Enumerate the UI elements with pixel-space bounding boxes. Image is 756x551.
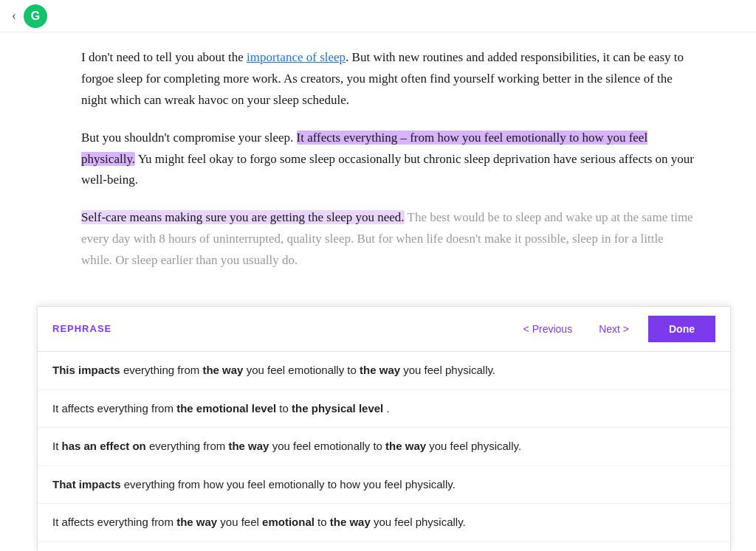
suggestion-5-bold-2: emotional <box>262 516 315 528</box>
suggestion-item-4[interactable]: That impacts everything from how you fee… <box>38 466 730 505</box>
paragraph-2-text-after: Yu might feel okay to forgo some sleep o… <box>81 152 694 187</box>
top-bar: ‹ G <box>0 0 756 32</box>
suggestion-2-bold-2: the physical level <box>292 402 383 415</box>
suggestion-3-text-1: It <box>52 440 62 452</box>
paragraph-1: I don't need to tell you about the impor… <box>81 47 697 111</box>
suggestion-3-text-2: everything from <box>149 440 229 452</box>
paragraph-3-highlight: Self-care means making sure you are gett… <box>81 210 405 224</box>
paragraph-2: But you shouldn't compromise your sleep.… <box>81 128 697 192</box>
suggestion-5-text-4: you feel physically. <box>374 516 466 528</box>
suggestion-3-bold-3: the way <box>385 440 426 452</box>
suggestion-item-2[interactable]: It affects everything from the emotional… <box>38 390 730 429</box>
importance-of-sleep-link[interactable]: importance of sleep <box>247 50 346 64</box>
suggestion-item-1[interactable]: This impacts everything from the way you… <box>38 352 730 390</box>
suggestion-3-text-4: you feel physically. <box>429 440 521 452</box>
content-area: I don't need to tell you about the impor… <box>0 32 756 551</box>
rephrase-nav: < Previous Next > Done <box>510 316 715 342</box>
suggestion-1-text-3: you feel physically. <box>403 364 495 376</box>
suggestion-5-text-2: you feel <box>220 516 262 528</box>
next-button[interactable]: Next > <box>585 319 642 339</box>
suggestion-5-text-1: It affects everything from <box>52 516 176 528</box>
suggestion-1-bold-3: the way <box>360 364 400 376</box>
suggestion-2-text-2: to <box>279 402 292 415</box>
suggestion-3-bold-1: has an effect on <box>62 440 146 452</box>
suggestion-item-6[interactable]: It has an impact on everything from what… <box>38 542 730 552</box>
suggestion-4-bold-1: That impacts <box>52 478 121 491</box>
back-button[interactable]: ‹ <box>12 8 16 24</box>
suggestion-5-bold-3: the way <box>330 516 371 528</box>
rephrase-panel: REPHRASE < Previous Next > Done This imp… <box>37 306 731 551</box>
suggestion-2-text-1: It affects everything from <box>52 402 176 415</box>
previous-button[interactable]: < Previous <box>510 319 586 339</box>
suggestion-5-text-3: to <box>317 516 330 528</box>
suggestion-5-bold-1: the way <box>176 516 217 528</box>
suggestion-3-text-3: you feel emotionally to <box>272 440 385 452</box>
suggestion-1-bold-2: the way <box>202 364 243 376</box>
suggestion-4-text-1: everything from how you feel emotionally… <box>124 478 456 491</box>
suggestion-3-bold-2: the way <box>228 440 269 452</box>
suggestion-item-5[interactable]: It affects everything from the way you f… <box>38 504 730 542</box>
suggestion-2-text-3: . <box>386 402 389 415</box>
suggestion-item-3[interactable]: It has an effect on everything from the … <box>38 428 730 466</box>
paragraph-1-text-before: I don't need to tell you about the <box>81 50 247 64</box>
suggestion-1-bold-1: This impacts <box>52 364 120 376</box>
suggestion-2-bold-1: the emotional level <box>176 402 276 415</box>
suggestion-1-text-2: you feel emotionally to <box>247 364 360 376</box>
done-button[interactable]: Done <box>648 316 715 342</box>
suggestion-1-text-1: everything from <box>123 364 203 376</box>
paragraph-2-text-before: But you shouldn't compromise your sleep. <box>81 131 297 145</box>
rephrase-title: REPHRASE <box>52 321 111 337</box>
suggestions-list[interactable]: This impacts everything from the way you… <box>38 352 730 551</box>
grammarly-logo: G <box>24 4 47 28</box>
paragraph-3: Self-care means making sure you are gett… <box>81 207 697 271</box>
rephrase-header: REPHRASE < Previous Next > Done <box>38 307 730 352</box>
